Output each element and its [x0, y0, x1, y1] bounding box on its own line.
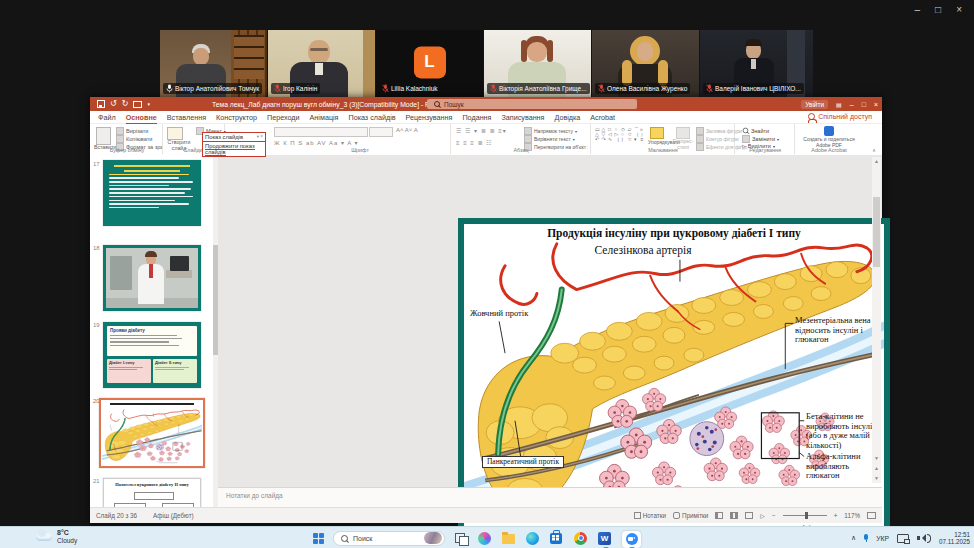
- zoom-out-icon[interactable]: −: [772, 512, 776, 519]
- cut-button[interactable]: Вирізати: [116, 127, 148, 135]
- participant-tile[interactable]: Валерій Іванович ЦВІЛІХО...: [700, 30, 813, 97]
- chrome-button[interactable]: [574, 531, 589, 546]
- replace-button[interactable]: Замінити▾: [742, 135, 779, 143]
- ppt-close-icon[interactable]: ×: [874, 101, 878, 108]
- paste-icon[interactable]: [96, 127, 111, 145]
- reading-view-icon[interactable]: [745, 512, 753, 519]
- zoom-level[interactable]: 117%: [844, 512, 860, 519]
- language-indicator[interactable]: УКР: [876, 535, 889, 542]
- participant-tile[interactable]: L Liliia Kalachniuk: [376, 30, 483, 97]
- edge-button[interactable]: [526, 531, 541, 546]
- tab-acrobat[interactable]: Acrobat: [590, 112, 615, 123]
- arrange-button[interactable]: Упорядкувати: [648, 139, 674, 145]
- close-icon[interactable]: ×: [956, 5, 962, 15]
- tab-transitions[interactable]: Переходи: [267, 112, 300, 123]
- sign-in-button[interactable]: Увійти: [801, 100, 828, 109]
- ribbon-search-suggestion[interactable]: Продовжити показ слайдів: [202, 142, 266, 157]
- ribbon-options-icon[interactable]: ▤: [836, 101, 842, 108]
- normal-view-icon[interactable]: [715, 512, 723, 519]
- shape-outline-button[interactable]: Контур фігури: [696, 135, 738, 143]
- collapse-ribbon-icon[interactable]: ∧: [872, 147, 876, 153]
- ppt-minimize-icon[interactable]: –: [850, 101, 854, 108]
- microsoft-store-button[interactable]: [550, 531, 565, 546]
- participant-tile[interactable]: Ігор Калінін: [268, 30, 375, 97]
- notes-pane[interactable]: Нотатки до слайда: [218, 487, 882, 507]
- align-icons[interactable]: ≡ ≡ ≡ ≣ ☷: [456, 139, 493, 146]
- copy-button[interactable]: Копіювати: [116, 135, 152, 143]
- list-icons[interactable]: ☰ ☰ ▾ ≣ ≣ ≡▾: [456, 127, 507, 134]
- zoom-in-icon[interactable]: +: [834, 512, 838, 519]
- word-button[interactable]: W: [598, 531, 613, 546]
- font-name-box[interactable]: [274, 127, 368, 137]
- fit-to-window-icon[interactable]: [867, 512, 876, 519]
- tab-design[interactable]: Конструктор: [216, 112, 257, 123]
- font-style-icons[interactable]: Ж К П S ab AV Aa ▾ A ▾: [274, 139, 359, 146]
- canvas-scrollbar[interactable]: ▲ ▼ ▲ ▼: [872, 157, 881, 483]
- weather-widget[interactable]: 8°C Cloudy: [36, 529, 77, 544]
- shape-fill-button[interactable]: Заливка фігури: [696, 127, 742, 135]
- arrange-icon[interactable]: [650, 127, 664, 139]
- previous-slide-icon[interactable]: ▲: [872, 465, 881, 471]
- slide-sorter-view-icon[interactable]: [730, 512, 738, 519]
- network-display-icon[interactable]: [897, 534, 909, 543]
- tab-slideshow[interactable]: Показ слайдів: [348, 112, 395, 123]
- minimize-icon[interactable]: –: [915, 5, 921, 15]
- tab-review[interactable]: Рецензування: [406, 112, 453, 123]
- restore-icon[interactable]: □: [935, 5, 941, 15]
- tray-date: 07.11.2025: [939, 538, 970, 545]
- adobe-group: Создать и поделиться Adobe PDF Adobe Acr…: [796, 124, 862, 154]
- tray-mic-icon[interactable]: [864, 534, 868, 542]
- share-button[interactable]: Спільний доступ: [808, 113, 872, 120]
- tab-home[interactable]: Основне: [126, 112, 157, 123]
- thumbnail-slide-20-selected[interactable]: [99, 398, 205, 468]
- undo-icon[interactable]: ↺: [110, 100, 117, 108]
- adobe-pdf-icon[interactable]: [824, 126, 834, 136]
- save-icon[interactable]: [97, 100, 105, 108]
- ribbon-search-value[interactable]: Показ слайдів▾ ×: [202, 132, 266, 142]
- font-size-box[interactable]: [369, 127, 393, 137]
- scroll-down-icon[interactable]: ▼: [872, 455, 881, 461]
- grow-shrink-font-icons[interactable]: A˄ A˅ A: [396, 127, 418, 133]
- ppt-search-box[interactable]: Пошук: [427, 99, 637, 109]
- participant-tile[interactable]: Олена Василівна Журенко: [592, 30, 699, 97]
- redo-icon[interactable]: ↻: [122, 100, 129, 108]
- find-button[interactable]: Знайти: [742, 127, 769, 134]
- scrollbar-thumb[interactable]: [873, 197, 880, 267]
- clock[interactable]: 12:51 07.11.2025: [939, 531, 970, 546]
- zoom-slider[interactable]: [783, 515, 827, 516]
- participant-tile[interactable]: Віктор Анатолійович Томчук: [160, 30, 267, 97]
- dropdown-close-icons[interactable]: ▾ ×: [257, 134, 263, 140]
- slideshow-view-icon[interactable]: ▷: [760, 512, 765, 519]
- tab-help[interactable]: Довідка: [554, 112, 580, 123]
- notes-toggle[interactable]: Нотатки: [634, 512, 666, 519]
- file-explorer-button[interactable]: [502, 531, 517, 546]
- customize-qat-icon[interactable]: ▾: [147, 100, 150, 108]
- shapes-gallery[interactable]: ▭△□○◇▱⌒▹ △▽◁▷○☆（） ↶↷∿｛｝☆▾≡: [595, 127, 647, 142]
- tab-insert[interactable]: Вставлення: [167, 112, 206, 123]
- scroll-up-icon[interactable]: ▲: [872, 158, 881, 164]
- tab-recording[interactable]: Записування: [501, 112, 544, 123]
- tray-chevron-icon[interactable]: ∧: [851, 534, 856, 542]
- copilot-button[interactable]: [478, 531, 493, 546]
- tab-file[interactable]: Файл: [98, 112, 116, 123]
- comments-toggle[interactable]: Примітки: [673, 512, 708, 519]
- align-text-button[interactable]: Вирівняти текст▾: [524, 135, 575, 143]
- participant-name: Валерій Іванович ЦВІЛІХО...: [715, 85, 801, 93]
- taskbar-search[interactable]: Поиск: [333, 531, 445, 546]
- text-direction-button[interactable]: Напрямок тексту▾: [524, 127, 577, 135]
- thumbnail-slide-19[interactable]: Прояви діабету Діабет I-типу Діабет II-т…: [103, 322, 201, 388]
- ppt-restore-icon[interactable]: □: [862, 101, 866, 108]
- thumbnail-slide-18[interactable]: [103, 245, 201, 311]
- speaker-icon[interactable]: [917, 534, 931, 543]
- next-slide-icon[interactable]: ▼: [872, 475, 881, 481]
- tab-animations[interactable]: Анімація: [310, 112, 339, 123]
- zoom-slider-knob[interactable]: [805, 512, 808, 519]
- slideshow-icon[interactable]: [133, 101, 142, 108]
- start-button[interactable]: [313, 533, 324, 544]
- task-view-button[interactable]: [454, 531, 469, 546]
- thumbnail-slide-17[interactable]: [103, 160, 201, 226]
- participant-tile[interactable]: Вікторія Анатоліївна Грище...: [484, 30, 591, 97]
- tab-view[interactable]: Подання: [462, 112, 491, 123]
- thumbnail-slide-21[interactable]: Патогенез цукрового діабету II типу: [103, 478, 201, 507]
- zoom-app-button[interactable]: [622, 531, 641, 546]
